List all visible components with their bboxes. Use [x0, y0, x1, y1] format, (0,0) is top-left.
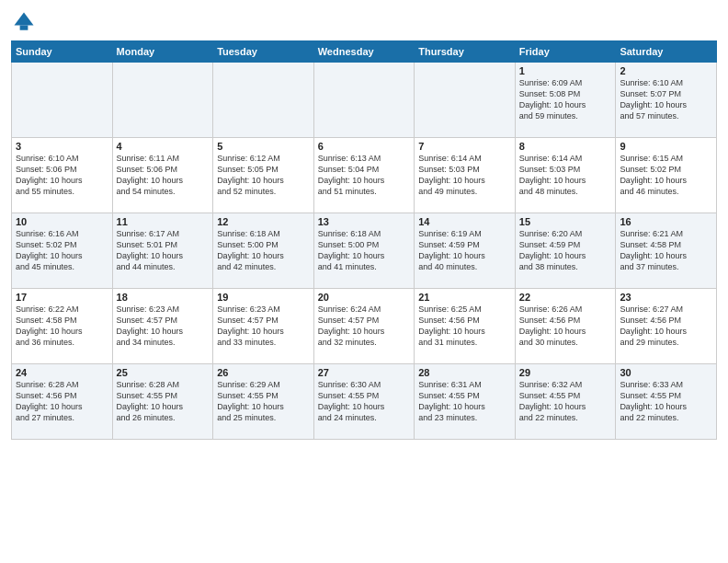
day-number: 9: [620, 141, 712, 152]
day-info: Sunrise: 6:29 AM Sunset: 4:55 PM Dayligh…: [217, 379, 310, 424]
calendar-day-cell: 17Sunrise: 6:22 AM Sunset: 4:58 PM Dayli…: [12, 289, 113, 364]
calendar-day-cell: 5Sunrise: 6:12 AM Sunset: 5:05 PM Daylig…: [213, 138, 314, 213]
day-info: Sunrise: 6:14 AM Sunset: 5:03 PM Dayligh…: [418, 153, 511, 198]
day-number: 8: [519, 141, 612, 152]
day-number: 21: [418, 292, 511, 303]
weekday-header: Thursday: [415, 41, 516, 63]
day-number: 10: [16, 216, 108, 227]
svg-marker-0: [15, 13, 34, 26]
day-info: Sunrise: 6:23 AM Sunset: 4:57 PM Dayligh…: [217, 304, 310, 349]
calendar-day-cell: 22Sunrise: 6:26 AM Sunset: 4:56 PM Dayli…: [515, 289, 616, 364]
logo: [11, 9, 40, 35]
day-number: 26: [217, 367, 310, 378]
weekday-header: Wednesday: [313, 41, 415, 63]
logo-icon: [11, 9, 37, 35]
day-number: 23: [620, 292, 712, 303]
day-info: Sunrise: 6:12 AM Sunset: 5:05 PM Dayligh…: [217, 153, 310, 198]
weekday-header: Friday: [515, 41, 616, 63]
calendar-day-cell: 8Sunrise: 6:14 AM Sunset: 5:03 PM Daylig…: [515, 138, 616, 213]
calendar-day-cell: 11Sunrise: 6:17 AM Sunset: 5:01 PM Dayli…: [112, 213, 213, 289]
weekday-row: SundayMondayTuesdayWednesdayThursdayFrid…: [12, 41, 717, 63]
day-info: Sunrise: 6:17 AM Sunset: 5:01 PM Dayligh…: [117, 228, 210, 273]
calendar-day-cell: 4Sunrise: 6:11 AM Sunset: 5:06 PM Daylig…: [112, 138, 213, 213]
day-number: 29: [519, 367, 612, 378]
day-number: 4: [117, 141, 210, 152]
calendar-day-cell: 19Sunrise: 6:23 AM Sunset: 4:57 PM Dayli…: [213, 289, 314, 364]
calendar-day-cell: [112, 63, 213, 138]
calendar-day-cell: 28Sunrise: 6:31 AM Sunset: 4:55 PM Dayli…: [415, 364, 516, 440]
calendar-day-cell: 21Sunrise: 6:25 AM Sunset: 4:56 PM Dayli…: [415, 289, 516, 364]
day-info: Sunrise: 6:33 AM Sunset: 4:55 PM Dayligh…: [620, 379, 712, 424]
calendar-day-cell: 23Sunrise: 6:27 AM Sunset: 4:56 PM Dayli…: [616, 289, 717, 364]
day-info: Sunrise: 6:30 AM Sunset: 4:55 PM Dayligh…: [318, 379, 411, 424]
day-number: 25: [117, 367, 210, 378]
day-info: Sunrise: 6:18 AM Sunset: 5:00 PM Dayligh…: [318, 228, 411, 273]
day-number: 7: [418, 141, 511, 152]
day-number: 15: [519, 216, 612, 227]
day-info: Sunrise: 6:11 AM Sunset: 5:06 PM Dayligh…: [117, 153, 210, 198]
day-info: Sunrise: 6:23 AM Sunset: 4:57 PM Dayligh…: [117, 304, 210, 349]
calendar-table: SundayMondayTuesdayWednesdayThursdayFrid…: [11, 40, 717, 440]
day-number: 17: [16, 292, 108, 303]
day-number: 1: [519, 65, 612, 76]
day-info: Sunrise: 6:21 AM Sunset: 4:58 PM Dayligh…: [620, 228, 712, 273]
calendar-day-cell: 27Sunrise: 6:30 AM Sunset: 4:55 PM Dayli…: [313, 364, 415, 440]
weekday-header: Saturday: [616, 41, 717, 63]
day-info: Sunrise: 6:26 AM Sunset: 4:56 PM Dayligh…: [519, 304, 612, 349]
calendar-day-cell: 20Sunrise: 6:24 AM Sunset: 4:57 PM Dayli…: [313, 289, 415, 364]
calendar-day-cell: 16Sunrise: 6:21 AM Sunset: 4:58 PM Dayli…: [616, 213, 717, 289]
calendar-day-cell: 30Sunrise: 6:33 AM Sunset: 4:55 PM Dayli…: [616, 364, 717, 440]
day-info: Sunrise: 6:18 AM Sunset: 5:00 PM Dayligh…: [217, 228, 310, 273]
day-number: 6: [318, 141, 411, 152]
day-info: Sunrise: 6:13 AM Sunset: 5:04 PM Dayligh…: [318, 153, 411, 198]
day-info: Sunrise: 6:27 AM Sunset: 4:56 PM Dayligh…: [620, 304, 712, 349]
calendar-week-row: 3Sunrise: 6:10 AM Sunset: 5:06 PM Daylig…: [12, 138, 717, 213]
calendar-day-cell: 12Sunrise: 6:18 AM Sunset: 5:00 PM Dayli…: [213, 213, 314, 289]
day-info: Sunrise: 6:15 AM Sunset: 5:02 PM Dayligh…: [620, 153, 712, 198]
weekday-header: Tuesday: [213, 41, 314, 63]
day-number: 24: [16, 367, 108, 378]
calendar-week-row: 24Sunrise: 6:28 AM Sunset: 4:56 PM Dayli…: [12, 364, 717, 440]
calendar-day-cell: 9Sunrise: 6:15 AM Sunset: 5:02 PM Daylig…: [616, 138, 717, 213]
day-info: Sunrise: 6:20 AM Sunset: 4:59 PM Dayligh…: [519, 228, 612, 273]
day-number: 22: [519, 292, 612, 303]
day-info: Sunrise: 6:14 AM Sunset: 5:03 PM Dayligh…: [519, 153, 612, 198]
day-number: 28: [418, 367, 511, 378]
day-number: 14: [418, 216, 511, 227]
day-number: 19: [217, 292, 310, 303]
day-info: Sunrise: 6:25 AM Sunset: 4:56 PM Dayligh…: [418, 304, 511, 349]
day-number: 27: [318, 367, 411, 378]
day-number: 20: [318, 292, 411, 303]
day-info: Sunrise: 6:31 AM Sunset: 4:55 PM Dayligh…: [418, 379, 511, 424]
day-info: Sunrise: 6:09 AM Sunset: 5:08 PM Dayligh…: [519, 77, 612, 122]
calendar-day-cell: 6Sunrise: 6:13 AM Sunset: 5:04 PM Daylig…: [313, 138, 415, 213]
calendar-day-cell: [313, 63, 415, 138]
calendar-day-cell: 1Sunrise: 6:09 AM Sunset: 5:08 PM Daylig…: [515, 63, 616, 138]
calendar-day-cell: 14Sunrise: 6:19 AM Sunset: 4:59 PM Dayli…: [415, 213, 516, 289]
day-info: Sunrise: 6:19 AM Sunset: 4:59 PM Dayligh…: [418, 228, 511, 273]
calendar-day-cell: 18Sunrise: 6:23 AM Sunset: 4:57 PM Dayli…: [112, 289, 213, 364]
day-number: 3: [16, 141, 108, 152]
calendar-week-row: 10Sunrise: 6:16 AM Sunset: 5:02 PM Dayli…: [12, 213, 717, 289]
page-container: SundayMondayTuesdayWednesdayThursdayFrid…: [0, 0, 728, 445]
svg-rect-1: [20, 26, 28, 30]
calendar-day-cell: 15Sunrise: 6:20 AM Sunset: 4:59 PM Dayli…: [515, 213, 616, 289]
day-info: Sunrise: 6:24 AM Sunset: 4:57 PM Dayligh…: [318, 304, 411, 349]
calendar-day-cell: 29Sunrise: 6:32 AM Sunset: 4:55 PM Dayli…: [515, 364, 616, 440]
calendar-week-row: 17Sunrise: 6:22 AM Sunset: 4:58 PM Dayli…: [12, 289, 717, 364]
day-number: 13: [318, 216, 411, 227]
day-info: Sunrise: 6:28 AM Sunset: 4:56 PM Dayligh…: [16, 379, 108, 424]
weekday-header: Sunday: [12, 41, 113, 63]
day-number: 11: [117, 216, 210, 227]
day-info: Sunrise: 6:10 AM Sunset: 5:06 PM Dayligh…: [16, 153, 108, 198]
calendar-day-cell: 26Sunrise: 6:29 AM Sunset: 4:55 PM Dayli…: [213, 364, 314, 440]
weekday-header: Monday: [112, 41, 213, 63]
day-info: Sunrise: 6:22 AM Sunset: 4:58 PM Dayligh…: [16, 304, 108, 349]
calendar-day-cell: 13Sunrise: 6:18 AM Sunset: 5:00 PM Dayli…: [313, 213, 415, 289]
calendar-day-cell: [12, 63, 113, 138]
calendar-day-cell: 25Sunrise: 6:28 AM Sunset: 4:55 PM Dayli…: [112, 364, 213, 440]
calendar-day-cell: 24Sunrise: 6:28 AM Sunset: 4:56 PM Dayli…: [12, 364, 113, 440]
calendar-day-cell: 10Sunrise: 6:16 AM Sunset: 5:02 PM Dayli…: [12, 213, 113, 289]
day-number: 5: [217, 141, 310, 152]
calendar-day-cell: 7Sunrise: 6:14 AM Sunset: 5:03 PM Daylig…: [415, 138, 516, 213]
